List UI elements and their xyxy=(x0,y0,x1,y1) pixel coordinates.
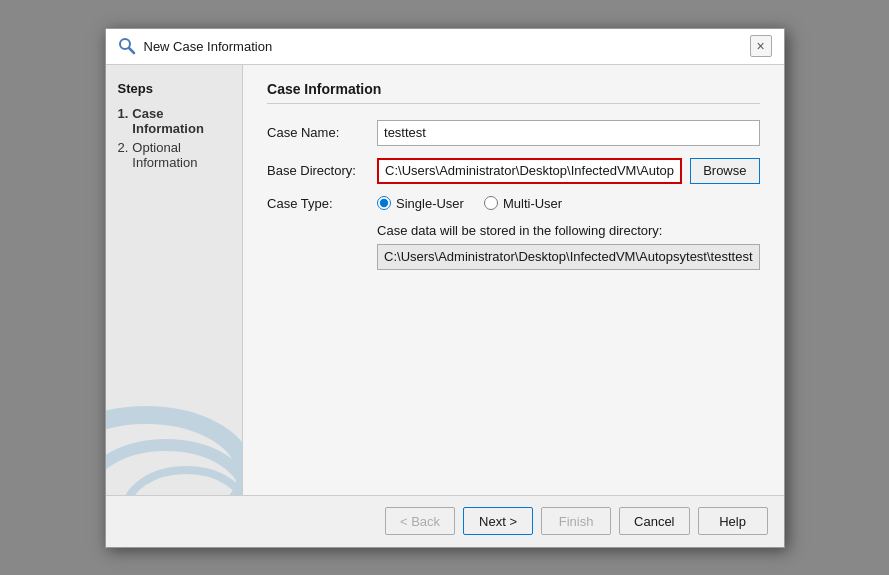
multi-user-option[interactable]: Multi-User xyxy=(484,196,562,211)
sidebar-decoration xyxy=(106,355,244,495)
dialog-window: New Case Information × Steps 1. Case Inf… xyxy=(105,28,785,548)
footer: < Back Next > Finish Cancel Help xyxy=(106,495,784,547)
case-name-row: Case Name: xyxy=(267,120,759,146)
step-2-number: 2. xyxy=(118,140,129,170)
step-2: 2. Optional Information xyxy=(118,140,231,170)
dialog-body: Steps 1. Case Information 2. Optional In… xyxy=(106,65,784,495)
step-2-label: Optional Information xyxy=(132,140,230,170)
dialog-title: New Case Information xyxy=(144,39,273,54)
case-name-label: Case Name: xyxy=(267,125,377,140)
storage-info-text: Case data will be stored in the followin… xyxy=(377,223,759,238)
stored-directory-display: C:\Users\Administrator\Desktop\InfectedV… xyxy=(377,244,759,270)
case-name-input[interactable] xyxy=(377,120,759,146)
multi-user-label: Multi-User xyxy=(503,196,562,211)
sidebar: Steps 1. Case Information 2. Optional In… xyxy=(106,65,244,495)
case-type-radio-group: Single-User Multi-User xyxy=(377,196,562,211)
section-title: Case Information xyxy=(267,81,759,104)
step-1-number: 1. xyxy=(118,106,129,136)
finish-button[interactable]: Finish xyxy=(541,507,611,535)
next-button[interactable]: Next > xyxy=(463,507,533,535)
case-type-row: Case Type: Single-User Multi-User xyxy=(267,196,759,211)
close-button[interactable]: × xyxy=(750,35,772,57)
browse-button[interactable]: Browse xyxy=(690,158,759,184)
main-content: Case Information Case Name: Base Directo… xyxy=(243,65,783,495)
multi-user-radio[interactable] xyxy=(484,196,498,210)
base-directory-label: Base Directory: xyxy=(267,163,377,178)
steps-list: 1. Case Information 2. Optional Informat… xyxy=(118,106,231,170)
cancel-button[interactable]: Cancel xyxy=(619,507,689,535)
single-user-radio[interactable] xyxy=(377,196,391,210)
svg-point-4 xyxy=(126,470,244,495)
svg-line-1 xyxy=(129,48,134,53)
step-1: 1. Case Information xyxy=(118,106,231,136)
app-icon xyxy=(118,37,136,55)
steps-heading: Steps xyxy=(118,81,231,96)
title-bar: New Case Information × xyxy=(106,29,784,65)
single-user-option[interactable]: Single-User xyxy=(377,196,464,211)
help-button[interactable]: Help xyxy=(698,507,768,535)
base-directory-input[interactable] xyxy=(377,158,682,184)
single-user-label: Single-User xyxy=(396,196,464,211)
back-button[interactable]: < Back xyxy=(385,507,455,535)
case-type-label: Case Type: xyxy=(267,196,377,211)
stored-directory-row: C:\Users\Administrator\Desktop\InfectedV… xyxy=(267,244,759,270)
base-directory-row: Base Directory: Browse xyxy=(267,158,759,184)
step-1-label: Case Information xyxy=(132,106,230,136)
